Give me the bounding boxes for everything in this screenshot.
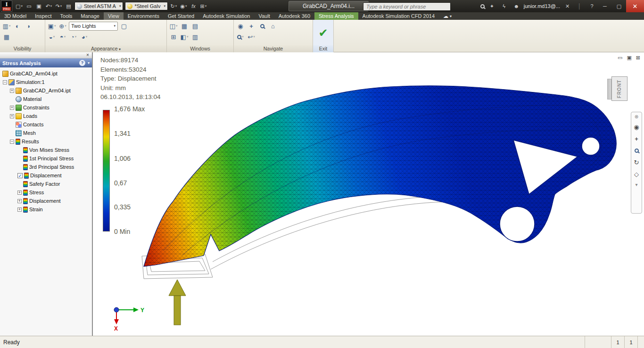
texture-toggle-icon[interactable]: ◕ bbox=[80, 32, 89, 41]
search-icon[interactable] bbox=[480, 4, 485, 8]
cascade-windows-icon[interactable]: ▤ bbox=[190, 21, 200, 31]
print-button[interactable]: ▤ bbox=[64, 2, 73, 11]
save-button[interactable]: ▣ bbox=[34, 2, 43, 11]
tree-item-simulation[interactable]: Simulation:1 bbox=[0, 78, 92, 86]
globe-button[interactable]: ◉ bbox=[179, 2, 188, 11]
tree-item-constraints[interactable]: Constraints bbox=[0, 103, 92, 112]
undo-button[interactable]: ↶ bbox=[44, 2, 53, 11]
tile-windows-icon[interactable]: ▦ bbox=[180, 21, 189, 31]
zoom-all-icon[interactable] bbox=[236, 32, 245, 41]
tree-item-root-part[interactable]: GrabCAD_Arm04.ipt bbox=[0, 69, 92, 78]
graphics-viewport[interactable]: Y X Nodes:89174 Elements:53024 Type: Dis… bbox=[92, 52, 644, 336]
expand-icon[interactable] bbox=[10, 89, 14, 93]
view-cube-side-face[interactable] bbox=[607, 79, 611, 99]
redo-button[interactable]: ↷ bbox=[54, 2, 63, 11]
tab-inspect[interactable]: Inspect bbox=[31, 12, 56, 20]
material-combo[interactable]: Steel ASTM A bbox=[74, 2, 123, 10]
expand-icon[interactable] bbox=[17, 207, 22, 212]
measure-button[interactable]: ⊞ bbox=[199, 2, 208, 11]
maximize-window-button[interactable]: ▢ bbox=[612, 0, 626, 12]
zoom-icon[interactable] bbox=[257, 21, 267, 31]
visual-style-dropdown-icon[interactable]: ▣ bbox=[47, 21, 57, 31]
tree-item-material[interactable]: Material bbox=[0, 95, 92, 103]
home-view-icon[interactable]: ⌂ bbox=[268, 21, 278, 31]
clean-screen-icon[interactable]: ▥ bbox=[190, 32, 200, 41]
displacement-checkbox[interactable] bbox=[17, 173, 23, 178]
zoom-icon[interactable] bbox=[632, 146, 641, 155]
help-icon[interactable]: ? bbox=[587, 2, 596, 11]
lightning-icon[interactable]: ϟ bbox=[500, 2, 509, 11]
pan-icon[interactable]: + bbox=[247, 21, 256, 31]
navigation-wheel-icon[interactable]: ◉ bbox=[632, 123, 641, 131]
new-file-button[interactable]: ▢ bbox=[15, 2, 24, 11]
cloud-menu[interactable]: ☁ ▾ bbox=[439, 12, 456, 20]
collapse-icon[interactable] bbox=[3, 80, 7, 84]
lighting-style-combo[interactable]: Two Lights bbox=[69, 22, 118, 31]
tree-item-von-mises[interactable]: Von Mises Stress bbox=[0, 146, 92, 154]
panel-help-icon[interactable]: ? bbox=[79, 60, 85, 66]
tab-vault[interactable]: Vault bbox=[254, 12, 274, 20]
collapse-icon[interactable] bbox=[10, 140, 14, 144]
tab-stress-analysis[interactable]: Stress Analysis bbox=[314, 12, 358, 20]
browser-header[interactable]: Stress Analysis ? bbox=[0, 58, 92, 67]
ray-tracing-icon[interactable]: ⊕ bbox=[58, 21, 67, 31]
tree-item-displacement-result[interactable]: Displacement bbox=[0, 171, 92, 180]
help-search-box[interactable] bbox=[363, 2, 451, 10]
expand-icon[interactable] bbox=[17, 199, 22, 203]
visual-style-icon[interactable]: ◐ bbox=[13, 21, 22, 31]
camera-icon[interactable]: ▢ bbox=[119, 21, 129, 31]
minimize-view-icon[interactable]: ▭ bbox=[618, 55, 622, 61]
split-window-icon[interactable]: ◧ bbox=[180, 32, 189, 41]
tree-item-1st-principal[interactable]: 1st Principal Stress bbox=[0, 154, 92, 163]
app-logo[interactable]: I PRO bbox=[1, 0, 12, 12]
look-at-icon[interactable]: ◇ bbox=[632, 170, 641, 178]
switch-windows-icon[interactable]: ◫ bbox=[169, 21, 178, 31]
tree-item-strain-folder[interactable]: Strain bbox=[0, 205, 92, 214]
view-cube[interactable]: FRONT bbox=[607, 75, 630, 102]
navbar-menu-chevron-icon[interactable]: ▾ bbox=[632, 182, 641, 187]
tab-autodesk-360[interactable]: Autodesk 360 bbox=[274, 12, 314, 20]
navigation-wheel-icon[interactable]: ◉ bbox=[236, 21, 245, 31]
sync-button[interactable]: ↻ bbox=[169, 2, 178, 11]
sign-out-icon[interactable]: ✕ bbox=[563, 2, 572, 11]
model-canvas[interactable]: Y X bbox=[93, 52, 644, 336]
view-cube-front-face[interactable]: FRONT bbox=[611, 76, 627, 101]
shadow-toggle-icon[interactable]: ◒ bbox=[47, 32, 57, 41]
pan-icon[interactable]: + bbox=[632, 134, 641, 143]
signed-in-user[interactable]: junior.md13@... bbox=[524, 3, 560, 9]
tab-tools[interactable]: Tools bbox=[56, 12, 77, 20]
new-window-icon[interactable]: ⊞ bbox=[169, 32, 178, 41]
appearance-combo[interactable]: *Steel Galv bbox=[125, 2, 168, 10]
panel-grip[interactable]: × bbox=[0, 52, 92, 58]
tree-item-contacts[interactable]: Contacts bbox=[0, 120, 92, 129]
orbit-icon[interactable]: ↻ bbox=[632, 158, 641, 166]
restore-view-icon[interactable]: ▣ bbox=[627, 55, 631, 61]
load-arrow[interactable] bbox=[169, 280, 186, 325]
tree-item-loads[interactable]: Loads bbox=[0, 112, 92, 120]
minimize-window-button[interactable]: ─ bbox=[598, 0, 612, 12]
tab-3d-model[interactable]: 3D Model bbox=[0, 12, 31, 20]
tree-item-part[interactable]: GrabCAD_Arm04.ipt bbox=[0, 86, 92, 95]
object-visibility-icon[interactable]: ▥ bbox=[2, 21, 11, 31]
tree-item-3rd-principal[interactable]: 3rd Principal Stress bbox=[0, 163, 92, 171]
tab-manage[interactable]: Manage bbox=[76, 12, 104, 20]
tree-item-results[interactable]: Results bbox=[0, 137, 92, 146]
tree-item-mesh[interactable]: Mesh bbox=[0, 129, 92, 137]
parameters-fx-button[interactable]: fx bbox=[189, 2, 198, 11]
ground-plane-icon[interactable]: ◔ bbox=[69, 32, 78, 41]
tab-autodesk-simulation[interactable]: Autodesk Simulation bbox=[198, 12, 254, 20]
close-panel-icon[interactable]: × bbox=[85, 52, 91, 58]
tab-simulation-cfd[interactable]: Autodesk Simulation CFD 2014 bbox=[358, 12, 439, 20]
tree-item-stress-folder[interactable]: Stress bbox=[0, 188, 92, 197]
close-window-button[interactable]: ✕ bbox=[626, 0, 644, 12]
search-input[interactable] bbox=[363, 2, 451, 11]
expand-icon[interactable] bbox=[17, 191, 22, 195]
navbar-close-icon[interactable]: ⊗ bbox=[632, 114, 641, 119]
key-icon[interactable]: ✦ bbox=[487, 2, 496, 11]
projection-icon[interactable]: ▦ bbox=[2, 32, 11, 41]
shadows-icon[interactable]: ◑ bbox=[24, 21, 33, 31]
expand-icon[interactable] bbox=[10, 114, 14, 118]
tab-get-started[interactable]: Get Started bbox=[164, 12, 198, 20]
tab-environments[interactable]: Environments bbox=[124, 12, 164, 20]
tree-item-safety-factor[interactable]: Safety Factor bbox=[0, 180, 92, 188]
